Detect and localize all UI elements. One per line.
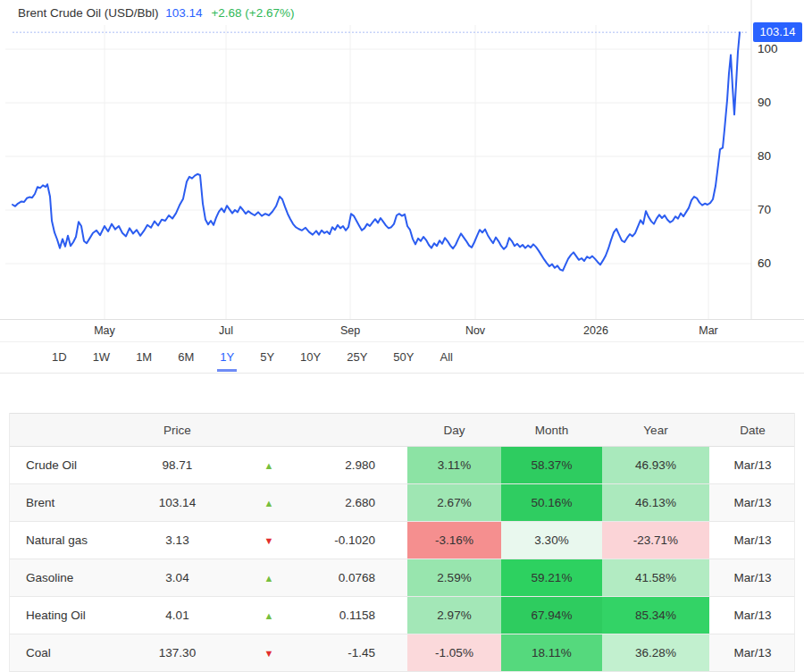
year-percent-cell: 46.13%	[602, 484, 709, 521]
change-value: 0.1158	[318, 597, 407, 634]
table-row-coal: Coal137.30▼-1.45-1.05%18.11%36.28%Mar/13	[10, 634, 794, 672]
commodity-name-link[interactable]: Gasoline	[10, 559, 135, 596]
year-percent-cell: 46.93%	[602, 447, 709, 483]
range-button-1w[interactable]: 1W	[90, 344, 113, 372]
table-row-crude-oil: Crude Oil98.71▲2.9803.11%58.37%46.93%Mar…	[10, 447, 794, 484]
range-button-25y[interactable]: 25Y	[344, 344, 370, 372]
year-percent-cell: 36.28%	[602, 634, 709, 671]
range-button-all[interactable]: All	[437, 344, 455, 372]
table-row-gasoline: Gasoline3.04▲0.07682.59%59.21%41.58%Mar/…	[10, 559, 794, 597]
x-axis-tick: Mar	[682, 324, 735, 337]
header-year: Year	[602, 414, 709, 446]
y-axis-tick: 70	[758, 203, 797, 216]
commodity-name-link[interactable]: Coal	[10, 634, 135, 671]
date-value: Mar/13	[709, 522, 796, 559]
y-axis-tick: 60	[758, 256, 797, 270]
date-value: Mar/13	[709, 634, 796, 671]
year-percent-cell: 41.58%	[602, 559, 709, 596]
table-row-natural-gas: Natural gas3.13▼-0.1020-3.16%3.30%-23.71…	[10, 522, 794, 559]
range-button-10y[interactable]: 10Y	[297, 344, 323, 372]
change-value: 2.680	[318, 484, 407, 521]
y-axis-tick: 100	[758, 42, 797, 55]
price-chart[interactable]	[0, 0, 804, 320]
x-axis-tick: Jul	[199, 324, 253, 337]
range-button-1m[interactable]: 1M	[133, 344, 155, 372]
up-arrow-icon: ▲	[220, 484, 318, 521]
up-arrow-icon: ▲	[220, 559, 318, 596]
up-arrow-icon: ▲	[220, 597, 318, 634]
range-button-50y[interactable]: 50Y	[390, 344, 416, 372]
day-percent-cell: 2.97%	[407, 597, 501, 634]
price-value: 3.13	[135, 522, 220, 559]
x-axis: MayJulSepNov2026Mar ⚙	[0, 320, 804, 342]
year-percent-cell: 85.34%	[602, 597, 709, 634]
chart-last-price: 103.14	[165, 6, 202, 20]
range-button-6m[interactable]: 6M	[175, 344, 197, 372]
day-percent-cell: 2.67%	[407, 484, 501, 521]
header-month: Month	[501, 414, 602, 446]
price-value: 4.01	[135, 597, 220, 634]
day-percent-cell: -3.16%	[407, 522, 501, 559]
change-value: -0.1020	[318, 522, 407, 559]
x-axis-tick: Sep	[323, 324, 377, 337]
table-row-brent: Brent103.14▲2.6802.67%50.16%46.13%Mar/13	[10, 484, 794, 522]
date-value: Mar/13	[709, 484, 796, 521]
header-arrow	[220, 414, 318, 446]
x-axis-tick: Nov	[448, 324, 502, 337]
day-percent-cell: 3.11%	[407, 447, 501, 483]
month-percent-cell: 50.16%	[501, 484, 602, 521]
table-row-heating-oil: Heating Oil4.01▲0.11582.97%67.94%85.34%M…	[10, 597, 794, 634]
month-percent-cell: 58.37%	[501, 447, 602, 483]
price-chart-card: Brent Crude Oil (USD/Bbl) 103.14 +2.68 (…	[0, 0, 804, 374]
up-arrow-icon: ▲	[220, 447, 318, 483]
header-price: Price	[135, 414, 220, 446]
commodity-name-link[interactable]: Natural gas	[10, 522, 135, 559]
header-change	[318, 414, 407, 446]
day-percent-cell: -1.05%	[407, 634, 501, 671]
chart-change: +2.68 (+2.67%)	[211, 6, 294, 20]
date-value: Mar/13	[709, 559, 796, 596]
x-axis-tick: May	[78, 324, 131, 337]
down-arrow-icon: ▼	[220, 634, 318, 671]
change-value: 2.980	[318, 447, 407, 483]
down-arrow-icon: ▼	[220, 522, 318, 559]
price-value: 137.30	[135, 634, 220, 671]
header-date: Date	[709, 414, 796, 446]
chart-header: Brent Crude Oil (USD/Bbl) 103.14 +2.68 (…	[18, 6, 294, 20]
change-value: -1.45	[318, 634, 407, 671]
year-percent-cell: -23.71%	[602, 522, 709, 559]
range-selector: 1D1W1M6M1Y5Y10Y25Y50YAll	[0, 343, 804, 374]
current-price-badge: 103.14	[753, 22, 802, 42]
y-axis-tick: 90	[758, 96, 797, 109]
price-value: 103.14	[135, 484, 220, 521]
table-header-row: PriceDayMonthYearDate	[10, 413, 794, 447]
change-value: 0.0768	[318, 559, 407, 596]
range-button-5y[interactable]: 5Y	[257, 344, 277, 372]
price-value: 98.71	[135, 447, 220, 483]
month-percent-cell: 18.11%	[501, 634, 602, 671]
commodity-name-link[interactable]: Heating Oil	[10, 597, 135, 634]
month-percent-cell: 67.94%	[501, 597, 602, 634]
header-name	[10, 414, 135, 446]
day-percent-cell: 2.59%	[407, 559, 501, 596]
date-value: Mar/13	[709, 447, 796, 483]
price-value: 3.04	[135, 559, 220, 596]
commodities-dashboard: Brent Crude Oil (USD/Bbl) 103.14 +2.68 (…	[0, 0, 804, 672]
month-percent-cell: 3.30%	[501, 522, 602, 559]
y-axis-tick: 80	[758, 149, 797, 163]
commodity-name-link[interactable]: Brent	[10, 484, 135, 521]
x-axis-tick: 2026	[569, 324, 623, 337]
header-day: Day	[407, 414, 501, 446]
commodity-name-link[interactable]: Crude Oil	[10, 447, 135, 483]
date-value: Mar/13	[709, 597, 796, 634]
chart-title: Brent Crude Oil (USD/Bbl)	[18, 6, 159, 20]
range-button-1y[interactable]: 1Y	[217, 344, 237, 372]
range-button-1d[interactable]: 1D	[49, 344, 70, 372]
commodities-table: PriceDayMonthYearDateCrude Oil98.71▲2.98…	[9, 413, 795, 672]
month-percent-cell: 59.21%	[501, 559, 602, 596]
